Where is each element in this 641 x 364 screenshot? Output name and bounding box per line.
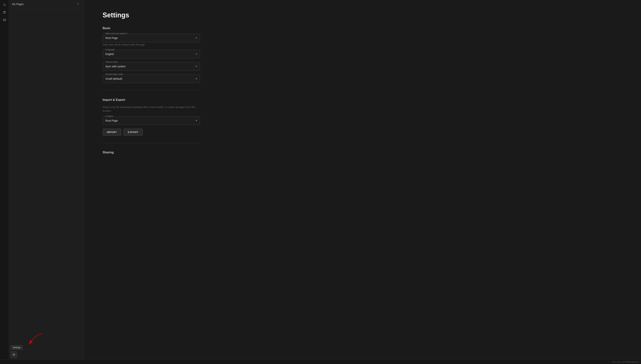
status-bar: 192.168.0.197:3320/settings — [0, 360, 641, 364]
editor-width-select[interactable]: Small (default) Medium Large Full width — [103, 75, 200, 83]
sidebar-title: My Pages — [12, 2, 24, 6]
sidebar-content — [9, 8, 84, 350]
main-content: Settings Basic Daily notes are saved in … — [84, 0, 641, 360]
basic-section-title: Basic — [103, 26, 200, 30]
sidebar-icon-strip — [0, 0, 9, 360]
add-page-button[interactable]: + — [76, 2, 81, 7]
csdn-watermark: CSDN @标准老爸 — [625, 361, 640, 363]
import-export-section: Import & Export Import a zip file contai… — [103, 98, 200, 136]
editor-width-select-wrapper: Default editor width Small (default) Med… — [103, 74, 200, 83]
svg-line-1 — [5, 5, 6, 6]
sidebar-bottom: Settings — [9, 350, 84, 360]
daily-notes-select-wrapper: Daily notes are saved in Root Page ▼ — [103, 34, 200, 42]
editor-width-group: Default editor width Small (default) Med… — [103, 74, 200, 83]
theme-select-wrapper: Theme mode Sync with system Light Dark ▼ — [103, 62, 200, 71]
theme-label: Theme mode — [105, 61, 118, 63]
section-divider-1 — [103, 90, 200, 91]
daily-notes-group: Daily notes are saved in Root Page ▼ Dai… — [103, 34, 200, 46]
trash-button[interactable] — [1, 9, 8, 16]
import-export-description: Import a zip file containing markdown fi… — [103, 105, 200, 112]
daily-notes-select[interactable]: Root Page — [103, 34, 200, 42]
sharing-section-title: Sharing — [103, 151, 200, 154]
basic-section: Basic Daily notes are saved in Root Page… — [103, 26, 200, 83]
import-button[interactable]: IMPORT — [103, 129, 121, 136]
search-button[interactable] — [1, 2, 8, 8]
location-label: Location — [105, 115, 114, 117]
daily-notes-helper: Daily notes will be created under this p… — [103, 44, 200, 46]
language-label: Language — [105, 48, 115, 51]
editor-width-label: Default editor width — [105, 73, 124, 76]
language-select[interactable]: English — [103, 50, 200, 58]
location-select[interactable]: Root Page — [103, 116, 200, 125]
section-divider-2 — [103, 143, 200, 143]
theme-group: Theme mode Sync with system Light Dark ▼ — [103, 62, 200, 71]
page-title: Settings — [103, 11, 200, 19]
location-select-wrapper: Location Root Page ▼ — [103, 116, 200, 125]
svg-point-9 — [14, 354, 15, 355]
settings-section: Settings Basic Daily notes are saved in … — [103, 11, 200, 154]
theme-select[interactable]: Sync with system Light Dark — [103, 62, 200, 70]
settings-button[interactable] — [11, 351, 17, 358]
export-button[interactable]: EXPORT — [124, 129, 143, 136]
sidebar-header: My Pages + — [9, 0, 84, 8]
language-select-wrapper: Language English ▼ — [103, 50, 200, 58]
location-group: Location Root Page ▼ — [103, 116, 200, 125]
daily-notes-label: Daily notes are saved in — [105, 32, 128, 34]
svg-rect-2 — [4, 12, 6, 14]
sidebar-panel: My Pages + Settings — [9, 0, 84, 360]
import-export-buttons: IMPORT EXPORT — [103, 129, 200, 136]
inbox-button[interactable] — [1, 16, 8, 23]
language-group: Language English ▼ — [103, 50, 200, 58]
settings-tooltip: Settings — [11, 345, 23, 350]
import-export-title: Import & Export — [103, 98, 200, 102]
sharing-section: Sharing — [103, 151, 200, 154]
